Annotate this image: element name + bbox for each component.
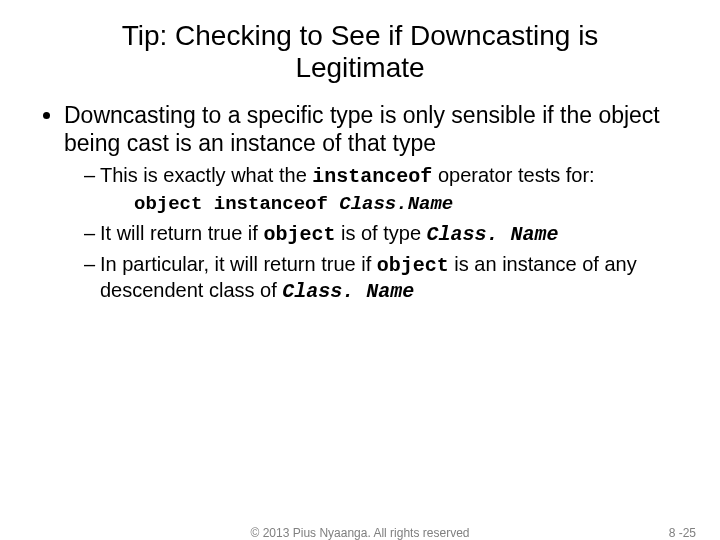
slide-title: Tip: Checking to See if Downcasting is L… — [0, 0, 720, 94]
page-number: 8 -25 — [669, 526, 696, 540]
text-run: operator tests for: — [432, 164, 594, 186]
slide: Tip: Checking to See if Downcasting is L… — [0, 0, 720, 540]
copyright-text: © 2013 Pius Nyaanga. All rights reserved — [0, 526, 720, 540]
code-inline: object — [263, 223, 335, 246]
text-run: It will return true if — [100, 222, 263, 244]
bullet-item: Downcasting to a specific type is only s… — [64, 102, 690, 304]
text-run: This is exactly what the — [100, 164, 312, 186]
sub-item: This is exactly what the instanceof oper… — [84, 163, 690, 189]
code-text: object instanceof — [134, 193, 339, 215]
slide-body: Downcasting to a specific type is only s… — [0, 94, 720, 304]
code-classname: Class. Name — [282, 280, 414, 303]
code-classname: Class. Name — [427, 223, 559, 246]
code-line: object instanceof Class.Name — [64, 193, 690, 215]
bullet-list: Downcasting to a specific type is only s… — [30, 102, 690, 304]
code-inline: instanceof — [312, 165, 432, 188]
sub-list: This is exactly what the instanceof oper… — [64, 163, 690, 189]
bullet-text: Downcasting to a specific type is only s… — [64, 102, 660, 155]
text-run: In particular, it will return true if — [100, 253, 377, 275]
sub-item: In particular, it will return true if ob… — [84, 252, 690, 305]
sub-list: It will return true if object is of type… — [64, 221, 690, 304]
text-run: is of type — [335, 222, 426, 244]
code-classname: Class.Name — [339, 193, 453, 215]
code-inline: object — [377, 254, 449, 277]
sub-item: It will return true if object is of type… — [84, 221, 690, 247]
